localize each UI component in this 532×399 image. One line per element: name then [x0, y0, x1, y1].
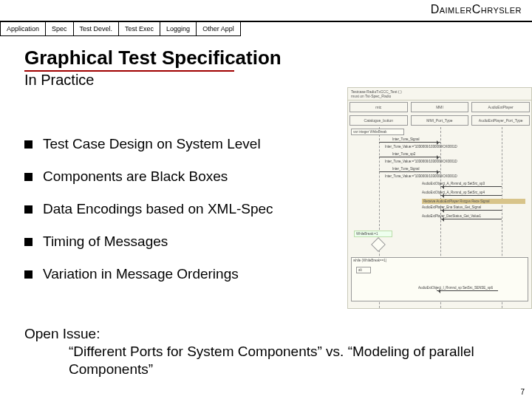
diagram-message	[437, 290, 498, 296]
diagram-var-decl: var integer WhileBreak	[351, 129, 404, 135]
brand-text: DaimlerChrysler	[431, 3, 522, 16]
diagram-message-label: Inter_Tune_Signal	[392, 167, 420, 171]
list-item: Data Encodings based on XML-Spec	[24, 201, 320, 217]
bullet-icon	[24, 270, 33, 279]
bullet-text: Data Encodings based on XML-Spec	[43, 201, 273, 217]
list-item: Variation in Message Orderings	[24, 266, 320, 282]
tab-spec[interactable]: Spec	[46, 22, 74, 36]
diagram-lifeline-headers: mtc MMI AudioExtPlayer	[348, 100, 531, 114]
slide-title: Graphical Test Specification	[24, 47, 282, 69]
diagram-col: MMI	[411, 102, 469, 112]
tab-application[interactable]: Application	[0, 22, 46, 36]
diagram-message-label: AudioExtPlayer_Ena Status_Get_Signal	[422, 205, 481, 209]
bullet-text: Timing of Messages	[43, 233, 168, 250]
diagram-while-frame: while (WhileBreak==1) alt AudioExtObject…	[351, 257, 528, 301]
diagram-col-sub: MMI_Port_Type	[411, 115, 469, 126]
diagram-alt-frame: alt	[356, 267, 371, 273]
brand-logo: DaimlerChrysler	[431, 3, 522, 16]
list-item: Components are Black Boxes	[24, 168, 320, 185]
slide-subtitle: In Practice	[24, 72, 94, 89]
list-item: Test Case Design on System Level	[24, 136, 320, 152]
bullet-icon	[24, 238, 33, 246]
diagram-message-label: AudioExtObject_A_Rxmnd_vp SetSrc_sp3	[422, 182, 485, 185]
diagram-message-label: Inter_Tune_Signal	[392, 137, 420, 141]
bullet-icon	[24, 205, 33, 214]
diagram-subtitle: must on Tst-Spec_Radio	[351, 94, 528, 98]
diagram-col-sub: Catalogue_button	[349, 115, 408, 126]
open-issue: Open Issue: “Different Ports for System …	[24, 325, 517, 378]
open-issue-label: Open Issue:	[24, 326, 100, 341]
bullet-text: Test Case Design on System Level	[43, 136, 261, 152]
diagram-message-label: Inter_Tune_sp2	[392, 152, 415, 156]
bullet-text: Components are Black Boxes	[43, 168, 228, 185]
tab-test-devel[interactable]: Test Devel.	[74, 22, 120, 36]
diagram-message	[440, 219, 502, 225]
tab-test-exec[interactable]: Test Exec	[119, 22, 160, 36]
diagram-highlight: Receive AudioExtPlayer Rxcgvs Rece Signa…	[422, 199, 525, 204]
page-number: 7	[520, 388, 525, 396]
diagram-message-label: Inter_Tune_Value:="1030000/1030000/CK000…	[385, 174, 457, 178]
decision-icon	[371, 237, 386, 252]
diagram-header: Testcase RadioTxCCC_Test ( ) must on Tst…	[348, 88, 531, 100]
tab-strip: Application Spec Test Devel. Test Exec L…	[0, 22, 241, 36]
bullet-icon	[24, 173, 33, 181]
open-issue-text: “Different Ports for System Components” …	[24, 343, 517, 378]
diagram-lanes: var integer WhileBreak Inter_Tune_Signal…	[348, 127, 531, 309]
diagram-col-sub: AudioExtPlayer_Port_Type	[471, 115, 530, 126]
diagram-while-label: while (WhileBreak==1)	[353, 259, 386, 262]
diagram-message-label: AudioExtObject_A_Rxmnd_vp SetSrc_sp4	[422, 191, 485, 194]
top-bar: DaimlerChrysler	[0, 0, 532, 22]
diagram-col: AudioExtPlayer	[471, 102, 530, 112]
diagram-message-label: AudioExtPlayer_DecStatus_Get_Value1	[422, 214, 481, 218]
diagram-note: WhileBreak:=1	[354, 231, 392, 237]
diagram-message-label: Inter_Tune_Value:="1030000/1030000/CK000…	[385, 145, 457, 149]
diagram-message-label: AudioExtObject_I_Rxmnd_vp SetSrc_SENSE_s…	[418, 286, 493, 290]
list-item: Timing of Messages	[24, 233, 320, 250]
diagram-col: mtc	[349, 102, 408, 112]
diagram-lifeline-subheaders: Catalogue_button MMI_Port_Type AudioExtP…	[348, 114, 531, 127]
sequence-diagram-thumbnail: Testcase RadioTxCCC_Test ( ) must on Tst…	[347, 87, 532, 309]
tab-other-appl[interactable]: Other Appl	[197, 22, 241, 36]
bullet-text: Variation in Message Orderings	[43, 266, 239, 282]
diagram-message-label: Inter_Tune_Value:="1030000/1030000/CK000…	[385, 160, 457, 163]
tab-logging[interactable]: Logging	[160, 22, 197, 36]
bullet-icon	[24, 140, 33, 149]
bullet-list: Test Case Design on System Level Compone…	[24, 136, 320, 299]
